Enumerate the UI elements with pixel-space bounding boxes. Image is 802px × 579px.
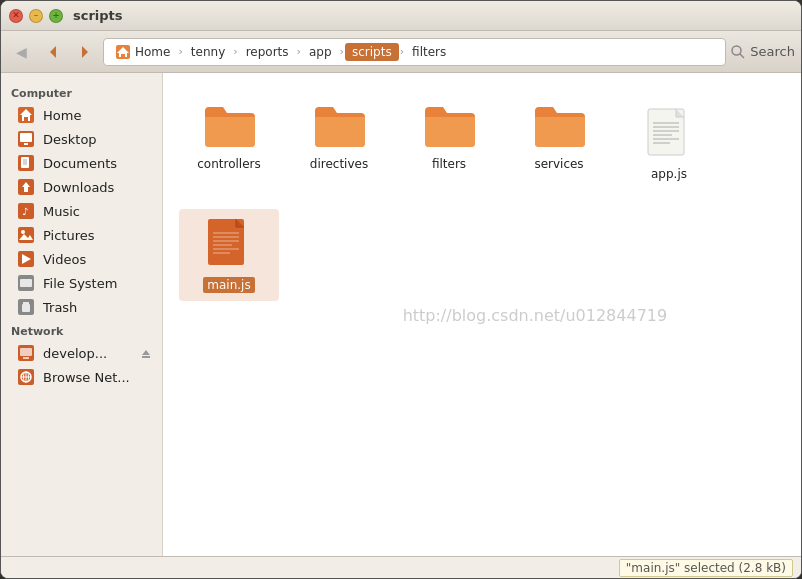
breadcrumb: Home › tenny › reports › app › scripts ›… [103, 38, 726, 66]
svg-rect-32 [23, 357, 29, 359]
search-box[interactable]: Search [730, 44, 795, 60]
sidebar-documents-icon [17, 154, 35, 172]
folder-icon [201, 97, 257, 153]
sidebar-item-documents[interactable]: Documents [1, 151, 162, 175]
sidebar-home-icon [17, 106, 35, 124]
forward-button[interactable] [71, 38, 99, 66]
jsfile-selected-icon [202, 217, 256, 273]
jsfile-icon [642, 107, 696, 163]
statusbar: "main.js" selected (2.8 kB) [1, 556, 801, 578]
svg-rect-20 [18, 227, 34, 243]
sidebar-item-videos[interactable]: Videos [1, 247, 162, 271]
breadcrumb-tenny[interactable]: tenny [184, 43, 232, 61]
back-button[interactable] [39, 38, 67, 66]
eject-icon [140, 347, 152, 359]
sidebar-item-downloads[interactable]: Downloads [1, 175, 162, 199]
breadcrumb-reports[interactable]: reports [239, 43, 296, 61]
svg-point-4 [732, 46, 741, 55]
sidebar-item-browse-network[interactable]: Browse Net... [1, 365, 162, 389]
folder-icon [531, 97, 587, 153]
svg-rect-29 [23, 302, 29, 304]
files-grid: controllers directives filte [179, 89, 785, 301]
sidebar-item-pictures[interactable]: Pictures [1, 223, 162, 247]
forward-icon [76, 43, 94, 61]
back-icon [44, 43, 62, 61]
sidebar-item-home[interactable]: Home [1, 103, 162, 127]
sidebar-item-develop[interactable]: develop... [1, 341, 162, 365]
svg-marker-33 [142, 350, 150, 355]
file-item-appjs[interactable]: app.js [619, 99, 719, 189]
file-item-controllers[interactable]: controllers [179, 89, 279, 189]
breadcrumb-sep-1: › [178, 45, 182, 58]
maximize-button[interactable]: + [49, 9, 63, 23]
svg-line-5 [740, 54, 744, 58]
close-button[interactable]: ✕ [9, 9, 23, 23]
sidebar-item-filesystem[interactable]: File System [1, 271, 162, 295]
sidebar-section-network: Network [1, 319, 162, 341]
sidebar-filesystem-icon [17, 274, 35, 292]
file-item-filters[interactable]: filters [399, 89, 499, 189]
search-icon [730, 44, 746, 60]
file-area: http://blog.csdn.net/u012844719 controll… [163, 73, 801, 556]
svg-rect-28 [22, 304, 30, 312]
toolbar: ◀ Home › tenny › [1, 31, 801, 73]
svg-rect-10 [24, 143, 28, 145]
sidebar-desktop-icon [17, 130, 35, 148]
sidebar-item-desktop[interactable]: Desktop [1, 127, 162, 151]
breadcrumb-sep-2: › [233, 45, 237, 58]
file-item-mainjs[interactable]: main.js [179, 209, 279, 301]
window-controls: ✕ – + [9, 9, 63, 23]
sidebar-music-icon: ♪ [17, 202, 35, 220]
folder-icon [421, 97, 477, 153]
status-text: "main.js" selected (2.8 kB) [619, 559, 793, 577]
main-layout: Computer Home Desktop [1, 73, 801, 556]
watermark: http://blog.csdn.net/u012844719 [403, 305, 668, 324]
breadcrumb-sep-3: › [297, 45, 301, 58]
svg-rect-26 [20, 279, 32, 287]
svg-marker-0 [50, 46, 56, 58]
svg-text:♪: ♪ [22, 206, 28, 217]
sidebar-network-icon [17, 368, 35, 386]
titlebar: ✕ – + scripts [1, 1, 801, 31]
svg-rect-34 [142, 356, 150, 358]
collapse-sidebar-button[interactable]: ◀ [7, 38, 35, 66]
svg-rect-9 [20, 133, 32, 142]
svg-rect-31 [20, 348, 32, 356]
breadcrumb-scripts[interactable]: scripts [345, 43, 399, 61]
breadcrumb-home[interactable]: Home [108, 42, 177, 62]
search-label: Search [750, 44, 795, 59]
file-item-services[interactable]: services [509, 89, 609, 189]
breadcrumb-sep-5: › [400, 45, 404, 58]
file-item-directives[interactable]: directives [289, 89, 389, 189]
svg-marker-1 [82, 46, 88, 58]
sidebar: Computer Home Desktop [1, 73, 163, 556]
window-title: scripts [73, 8, 123, 23]
sidebar-trash-icon [17, 298, 35, 316]
breadcrumb-app[interactable]: app [302, 43, 339, 61]
sidebar-videos-icon [17, 250, 35, 268]
folder-icon [311, 97, 367, 153]
sidebar-pictures-icon [17, 226, 35, 244]
minimize-button[interactable]: – [29, 9, 43, 23]
breadcrumb-sep-4: › [340, 45, 344, 58]
sidebar-item-trash[interactable]: Trash [1, 295, 162, 319]
breadcrumb-filters[interactable]: filters [405, 43, 453, 61]
home-icon [115, 44, 131, 60]
sidebar-section-computer: Computer [1, 81, 162, 103]
svg-point-21 [21, 230, 25, 234]
sidebar-downloads-icon [17, 178, 35, 196]
sidebar-item-music[interactable]: ♪ Music [1, 199, 162, 223]
sidebar-develop-icon [17, 344, 35, 362]
window: ✕ – + scripts ◀ [0, 0, 802, 579]
